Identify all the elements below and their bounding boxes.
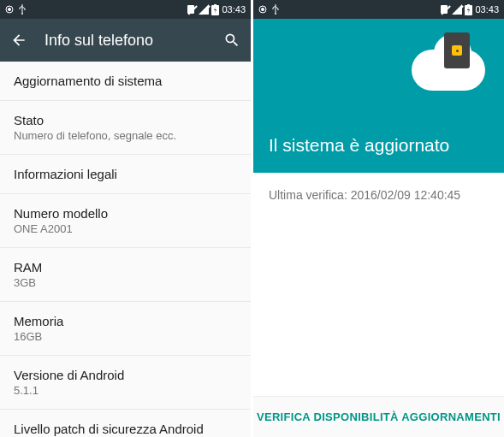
list-item-primary: Numero modello (14, 206, 237, 221)
list-item-model[interactable]: Numero modello ONE A2001 (0, 194, 251, 248)
hero-title: Il sistema è aggiornato (269, 135, 489, 156)
list-item-status[interactable]: Stato Numero di telefono, segnale ecc. (0, 101, 251, 155)
battery-charging-icon (211, 4, 219, 15)
list-item-secondary: 3GB (14, 276, 237, 289)
status-time: 03:43 (222, 4, 246, 15)
status-right: 03:43 (186, 4, 246, 15)
battery-charging-icon (465, 4, 472, 15)
sim-disabled-icon (439, 4, 449, 15)
list-item-primary: Memoria (14, 314, 237, 328)
status-time: 03:43 (475, 4, 499, 15)
svg-rect-9 (441, 5, 448, 14)
usb-icon (272, 4, 279, 15)
status-left (5, 4, 26, 15)
list-item-primary: RAM (14, 260, 237, 275)
network-icon (5, 5, 14, 14)
list-item-secondary: ONE A2001 (14, 222, 237, 235)
update-hero: Il sistema è aggiornato (253, 19, 504, 173)
list-item-secondary: 5.1.1 (14, 384, 237, 397)
back-icon[interactable] (10, 32, 27, 49)
check-updates-button[interactable]: VERIFICA DISPONIBILITÀ AGGIORNAMENTI (253, 396, 504, 437)
list-item-security-patch[interactable]: Livello patch di sicurezza Android 1 dic… (0, 410, 251, 437)
left-screen: 03:43 Info sul telefono Aggiornamento di… (0, 0, 251, 437)
list-item-secondary: Numero di telefono, segnale ecc. (14, 129, 237, 142)
svg-point-8 (275, 13, 276, 15)
list-item-ram[interactable]: RAM 3GB (0, 248, 251, 302)
status-right: 03:43 (439, 4, 499, 15)
right-screen: 03:43 Il sistema è aggiornato Ultima ver… (253, 0, 504, 437)
list-item-legal[interactable]: Informazioni legali (0, 155, 251, 194)
page-title: Info sul telefono (44, 32, 223, 50)
signal-disabled-icon (199, 4, 209, 15)
svg-rect-5 (214, 4, 216, 6)
search-icon[interactable] (223, 32, 240, 49)
list-item-primary: Informazioni legali (14, 167, 237, 181)
list-item-primary: Livello patch di sicurezza Android (14, 422, 237, 436)
device-icon (444, 32, 470, 68)
list-item-system-update[interactable]: Aggiornamento di sistema (0, 62, 251, 101)
usb-icon (19, 4, 26, 15)
svg-point-6 (261, 8, 264, 11)
svg-point-0 (8, 8, 11, 11)
last-check-text: Ultima verifica: 2016/02/09 12:40:45 (269, 188, 489, 202)
signal-disabled-icon (452, 4, 462, 15)
status-bar: 03:43 (0, 0, 251, 19)
svg-rect-11 (467, 4, 470, 6)
update-content: Ultima verifica: 2016/02/09 12:40:45 (253, 173, 504, 396)
list-item-primary: Stato (14, 113, 237, 127)
check-updates-label: VERIFICA DISPONIBILITÀ AGGIORNAMENTI (257, 410, 501, 423)
status-left (258, 4, 279, 15)
svg-point-2 (21, 13, 23, 15)
svg-rect-3 (187, 5, 194, 14)
list-item-secondary: 16GB (14, 330, 237, 343)
cloud-illustration (412, 50, 485, 91)
list-item-primary: Versione di Android (14, 368, 237, 382)
list-item-memory[interactable]: Memoria 16GB (0, 302, 251, 356)
app-bar: Info sul telefono (0, 19, 251, 62)
sim-disabled-icon (186, 4, 196, 15)
list-item-android-version[interactable]: Versione di Android 5.1.1 (0, 356, 251, 410)
status-bar: 03:43 (253, 0, 504, 19)
network-icon (258, 5, 267, 14)
settings-list: Aggiornamento di sistema Stato Numero di… (0, 62, 251, 437)
list-item-primary: Aggiornamento di sistema (14, 74, 237, 88)
